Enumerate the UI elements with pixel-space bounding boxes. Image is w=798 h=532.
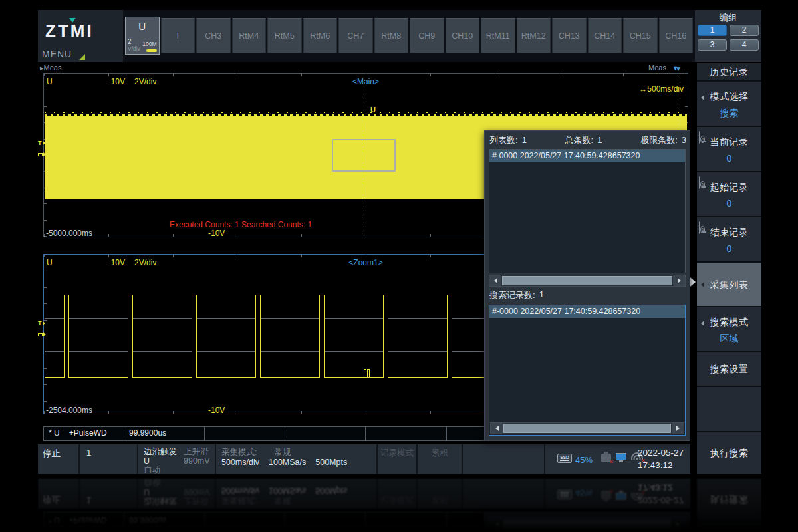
bandwidth-value: 100M <box>142 41 156 47</box>
channel-tab-ch14[interactable]: CH14 <box>588 18 622 53</box>
datetime: 2022-05-2717:43:12 <box>638 446 684 471</box>
softkey-arrow-icon <box>701 282 704 287</box>
zoom-time-label: -2504.000ms <box>46 406 92 415</box>
trigger-info: 边沿触发U自动 上升沿990mV <box>138 444 216 474</box>
group-panel: 编组 1 2 3 4 <box>695 10 761 62</box>
measurement-value-cell: 99.9900us <box>124 427 205 440</box>
trigger-count: 1 <box>80 444 138 474</box>
logo-box: ZTMI MENU <box>38 10 123 62</box>
menu-corner-icon <box>79 54 85 60</box>
brand-logo-tick-icon <box>69 18 76 23</box>
channel-tab-u[interactable]: U 2 V/div 100M <box>125 17 160 55</box>
channel-color-swatch <box>146 49 157 52</box>
sidebar-item-search-mode[interactable]: 搜索模式 区域 <box>697 307 761 352</box>
meas-label-right: Meas.▼ <box>648 64 678 72</box>
search-result-text: Executed Counts: 1 Searched Counts: 1 <box>170 220 312 229</box>
channel-tab-ch15[interactable]: CH15 <box>623 18 658 53</box>
oscilloscope-screen: ZTMI MENU U 2 V/div 100M I CH3 RtM4 RtM5… <box>0 0 798 532</box>
status-bar: 停止 1 边沿触发U自动 上升沿990mV 采集模式:常规 500ms/div1… <box>38 444 690 474</box>
system-info-cell: SSD 45% ✕ 2022-05-2717:43:12 <box>545 444 690 474</box>
scrollbar-thumb[interactable] <box>503 424 671 433</box>
channel-tab-ch7[interactable]: CH7 <box>338 18 373 53</box>
sidebar-item-search-settings[interactable]: 搜索设置 <box>697 352 761 387</box>
group-button-3[interactable]: 3 <box>698 39 727 51</box>
acquisition-list-scrollbar[interactable] <box>489 275 686 287</box>
sidebar-item-execute-search[interactable]: 执行搜索 <box>697 432 761 474</box>
channel-tab-ch9[interactable]: CH9 <box>410 18 444 53</box>
menu-button[interactable]: MENU <box>42 49 72 59</box>
scroll-left-button[interactable] <box>491 423 503 434</box>
keypad-icon <box>699 131 700 144</box>
group-button-1[interactable]: 1 <box>698 25 727 36</box>
acquisition-info: 采集模式:常规 500ms/div100MSa/s500Mpts <box>216 444 378 474</box>
channel-tab-ch16[interactable]: CH16 <box>659 18 694 53</box>
scroll-right-button[interactable] <box>672 423 684 434</box>
search-zone-rect[interactable] <box>332 139 396 172</box>
acquisition-list[interactable]: # 0000 2022/05/27 17:40:59.428657320 <box>489 149 686 273</box>
meas-label-left: ▸Meas. <box>40 64 64 72</box>
vdiv-unit: V/div <box>128 46 140 52</box>
channel-tab-rtm12[interactable]: RtM12 <box>517 18 551 53</box>
sidebar-item-mode-select[interactable]: 模式选择 搜索 <box>697 82 761 127</box>
channel-tab-rtm11[interactable]: RtM11 <box>481 18 515 53</box>
group-button-4[interactable]: 4 <box>730 39 759 51</box>
status-empty-cell <box>463 444 545 474</box>
sidebar-item-acquisition-list[interactable]: 采集列表 <box>697 263 761 307</box>
scroll-left-button[interactable] <box>489 275 501 286</box>
screen: ZTMI MENU U 2 V/div 100M I CH3 RtM4 RtM5… <box>38 10 761 475</box>
search-record-list[interactable]: #-0000 2022/05/27 17:40:59.428657320 <box>489 305 686 436</box>
sidebar-item-current-record[interactable]: A 当前记录 0 <box>697 127 761 172</box>
channel-tab-rtm8[interactable]: RtM8 <box>374 18 409 53</box>
sidebar-item-empty[interactable] <box>697 387 761 432</box>
main-window-title: <Main> <box>44 77 688 86</box>
group-title: 编组 <box>695 12 761 24</box>
search-record-row[interactable]: #-0000 2022/05/27 17:40:59.428657320 <box>489 305 685 318</box>
record-mode-label: 记录模式 <box>378 444 418 474</box>
channel-tab-ch3[interactable]: CH3 <box>196 18 231 53</box>
group-button-2[interactable]: 2 <box>730 25 759 36</box>
run-state: 停止 <box>38 444 80 474</box>
channel-tab-rtm5[interactable]: RtM5 <box>267 18 302 53</box>
channel-tab-ch13[interactable]: CH13 <box>552 18 587 53</box>
accumulate-label: 累积 <box>418 444 463 474</box>
cursor-drop-arrow-icon: ▼ <box>675 65 682 72</box>
softkey-sidebar: 历史记录 模式选择 搜索 A 当前记录 0 A 起始记录 0 A 结束记录 0 … <box>697 63 761 474</box>
zoom-level-label: -10V <box>208 406 225 415</box>
channel-tab-ch10[interactable]: CH10 <box>446 18 480 53</box>
search-record-count: 搜索记录数:1 <box>489 289 544 301</box>
acquisition-list-row[interactable]: # 0000 2022/05/27 17:40:59.428657320 <box>489 150 685 162</box>
sidebar-item-start-record[interactable]: A 起始记录 0 <box>697 172 761 217</box>
screen-reflection: ZTMI MENU U 2 V/div 100M I CH3 RtM4 RtM5… <box>38 477 761 532</box>
search-list-scrollbar[interactable] <box>490 422 684 434</box>
popup-header: 列表数:1 总条数:1 极限条数:3 <box>489 134 686 146</box>
measurement-name-cell: * U+PulseWD <box>44 427 124 440</box>
main-time-label: -5000.000ms <box>46 229 92 238</box>
triangle-left-icon <box>495 426 499 431</box>
channel-tab-label: U <box>126 21 159 32</box>
main-ticks-top <box>44 74 688 76</box>
channel-tab-detail: 2 V/div 100M <box>128 39 157 52</box>
channel-tab-rtm4[interactable]: RtM4 <box>232 18 267 53</box>
channel-tab-i[interactable]: I <box>161 18 196 53</box>
main-timebase: ↔500ms/div <box>639 84 684 94</box>
acquisition-list-popup: 列表数:1 总条数:1 极限条数:3 # 0000 2022/05/27 17:… <box>484 130 690 441</box>
softkey-arrow-icon <box>701 321 704 326</box>
usb-disconnected-icon <box>601 454 611 462</box>
measurement-empty-cell <box>366 427 446 440</box>
main-level-label: -10V <box>208 229 225 238</box>
channel-tab-rtm6[interactable]: RtM6 <box>303 18 338 53</box>
network-display-icon <box>616 453 626 460</box>
sidebar-title: 历史记录 <box>697 63 761 82</box>
softkey-arrow-icon <box>701 95 704 100</box>
triangle-right-icon <box>676 426 680 431</box>
keypad-icon <box>699 176 700 189</box>
measurement-empty-cell <box>205 427 285 440</box>
pulse-marker <box>38 152 46 156</box>
measurement-empty-cell <box>285 427 366 440</box>
main-waveform-noise <box>45 112 687 113</box>
main-waveform-noise <box>45 114 687 116</box>
scroll-right-button[interactable] <box>673 275 685 286</box>
active-softkey-pointer-icon <box>690 277 696 287</box>
scrollbar-thumb[interactable] <box>502 276 672 285</box>
sidebar-item-end-record[interactable]: A 结束记录 0 <box>697 217 761 263</box>
